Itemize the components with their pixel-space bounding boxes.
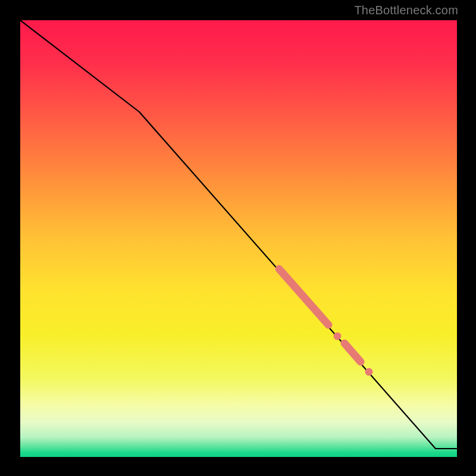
highlight-dot (334, 333, 342, 340)
plot-area (20, 20, 457, 457)
gradient-background (20, 20, 457, 457)
highlight-dot (365, 368, 373, 376)
chart-stage: TheBottleneck.com (0, 0, 476, 476)
chart-svg (20, 20, 457, 457)
attribution-label: TheBottleneck.com (354, 4, 458, 17)
